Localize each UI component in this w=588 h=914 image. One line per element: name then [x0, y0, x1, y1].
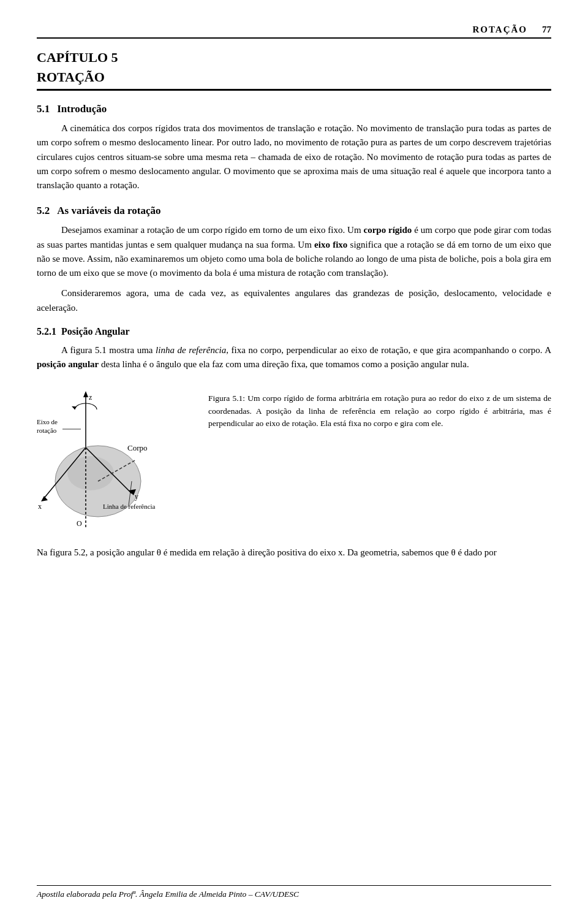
- section-5-1-heading: 5.1 Introdução: [37, 103, 551, 115]
- page-footer: Apostila elaborada pela Profª. Ângela Em…: [37, 885, 551, 899]
- section-5-1-para-1: A cinemática dos corpos rígidos trata do…: [37, 121, 551, 192]
- keyword-as: as: [508, 152, 516, 162]
- section-5-2-heading: 5.2 As variáveis da rotação: [37, 205, 551, 217]
- section-5-2-1-para-1: A figura 5.1 mostra uma linha de referên…: [37, 343, 551, 372]
- figure-5-1-caption: Figura 5.1: Um corpo rígido de forma arb…: [208, 386, 551, 430]
- section-5-2-1-number: 5.2.1: [37, 326, 56, 337]
- svg-text:z: z: [89, 393, 92, 402]
- svg-text:O: O: [77, 519, 82, 528]
- header-title: ROTAÇÃO: [472, 25, 527, 35]
- section-5-1-number: 5.1: [37, 103, 50, 115]
- header-page-number: 77: [542, 25, 551, 35]
- section-5-2-number: 5.2: [37, 205, 50, 217]
- svg-text:Corpo: Corpo: [127, 443, 148, 452]
- svg-text:rotação: rotação: [37, 427, 57, 434]
- svg-text:Eixo de: Eixo de: [37, 418, 58, 425]
- figure-5-1-image: z y x O: [37, 386, 196, 536]
- figure-5-1-container: z y x O: [37, 386, 551, 536]
- svg-text:y: y: [135, 492, 138, 501]
- section-5-2-1-heading: 5.2.1 Posição Angular: [37, 326, 551, 337]
- svg-marker-10: [41, 496, 48, 501]
- chapter-number: CAPÍTULO 5: [37, 50, 551, 66]
- section-5-2-1-title: Posição Angular: [61, 326, 130, 337]
- page: ROTAÇÃO 77 CAPÍTULO 5 ROTAÇÃO 5.1 Introd…: [0, 0, 588, 914]
- bold-corpo-rigido: corpo rígido: [363, 225, 412, 235]
- svg-text:Linha de referência: Linha de referência: [103, 503, 156, 510]
- section-5-1-title: Introdução: [57, 103, 107, 115]
- page-header: ROTAÇÃO 77: [37, 25, 551, 39]
- section-5-2-1-para-2: Na figura 5.2, a posição angular θ é med…: [37, 546, 551, 560]
- bold-eixo-fixo: eixo fixo: [314, 240, 347, 249]
- section-5-2-title: As variáveis da rotação: [57, 205, 160, 217]
- chapter-title: ROTAÇÃO: [37, 69, 551, 91]
- svg-marker-1: [83, 391, 88, 397]
- section-5-2-para-1: Desejamos examinar a rotação de um corpo…: [37, 223, 551, 280]
- bold-posicao-angular: posição angular: [37, 359, 99, 369]
- footer-text: Apostila elaborada pela Profª. Ângela Em…: [37, 889, 299, 899]
- svg-text:x: x: [38, 502, 42, 511]
- italic-linha-referencia: linha de referência: [156, 345, 226, 355]
- figure-5-1-svg: z y x O: [37, 386, 196, 533]
- figure-caption-text: Figura 5.1: Um corpo rígido de forma arb…: [208, 394, 551, 428]
- section-5-2-para-2: Consideraremos agora, uma de cada vez, a…: [37, 286, 551, 315]
